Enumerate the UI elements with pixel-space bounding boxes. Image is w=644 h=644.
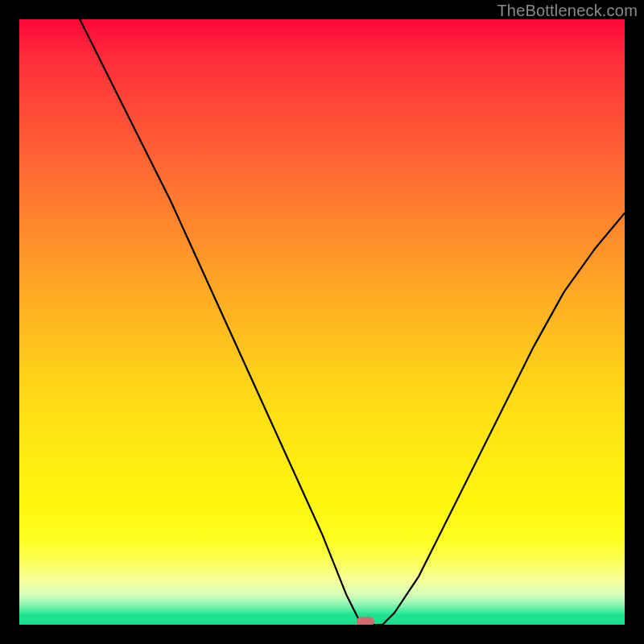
optimal-marker	[357, 617, 374, 625]
curve-svg	[19, 19, 625, 625]
chart-frame: TheBottleneck.com	[0, 0, 644, 644]
plot-area	[19, 19, 625, 625]
bottleneck-curve	[80, 19, 625, 625]
watermark-text: TheBottleneck.com	[497, 2, 638, 20]
